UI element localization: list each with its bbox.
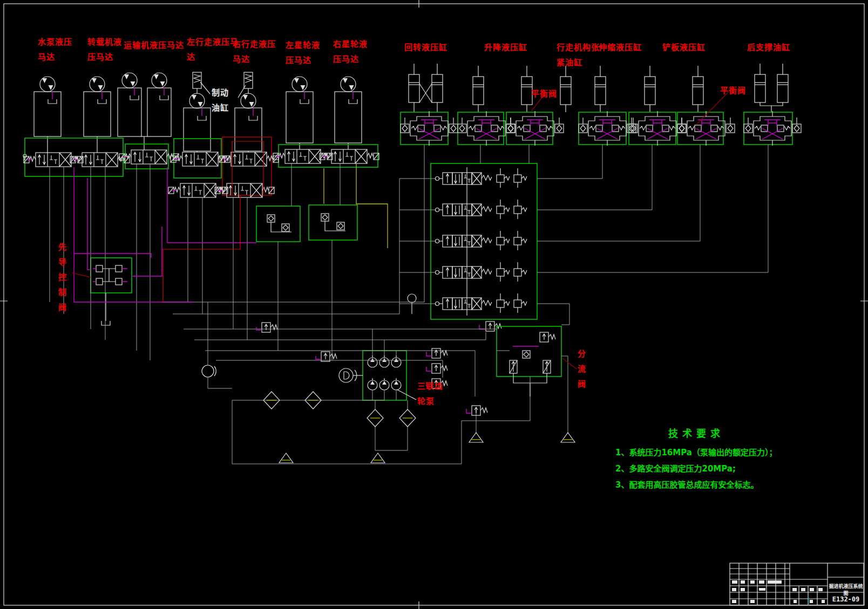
label-swing-cylinder: 回转液压缸	[404, 40, 447, 55]
tech-requirement-item: 1、系统压力16MPa（泵输出的额定压力）；	[615, 444, 777, 461]
label-flow-divider-valve: 分流阀	[577, 350, 585, 395]
balance-valves	[401, 111, 801, 146]
label-balance-valve-2: 平衡阀	[720, 83, 746, 98]
pilot-control-valve	[91, 258, 132, 325]
tech-requirement-item: 3、配套用高压胶管总成应有安全标志。	[615, 477, 777, 493]
label-brake-cylinder: 制动 油缸	[212, 85, 229, 115]
label-shovel-plate-cylinder: 铲板液压缸	[662, 40, 706, 55]
red-circuit-lines	[163, 141, 263, 302]
label-left-star-wheel-motor: 左星轮液 压马达	[286, 38, 320, 68]
tech-requirements-title: 技术要求	[668, 426, 724, 440]
cad-hydraulic-schematic: 水泵液压 马达 转载机液 压马达 运输机液压马达 左行走液压马 达 右行走液压 …	[0, 0, 868, 609]
tech-requirement-item: 2、多路安全阀调定压力20MPa;	[615, 461, 777, 477]
label-lift-cylinder: 升降液压缸	[484, 40, 527, 55]
label-water-pump-motor: 水泵液压 马达	[38, 35, 72, 65]
pipe-network	[50, 145, 768, 415]
left-valve-banks	[23, 137, 379, 242]
tech-requirements-list: 1、系统压力16MPa（泵输出的额定压力）； 2、多路安全阀调定压力20MPa;…	[615, 444, 777, 493]
label-track-tension-cylinder: 行走机构张 紧油缸	[557, 40, 600, 70]
label-rear-support-cylinder: 后支撑油缸	[747, 40, 790, 55]
yellow-circuit-lines	[324, 163, 388, 248]
label-left-travel-motor: 左行走液压马 达	[187, 35, 239, 65]
hydraulic-motors	[34, 72, 362, 153]
label-pilot-control-valve: 先导控制阀	[57, 243, 66, 318]
triple-gear-pump	[202, 294, 416, 400]
title-block-drawing-number: E132-09	[828, 596, 864, 603]
label-triple-gear-pump: 三联齿 轮泵	[417, 379, 443, 409]
label-balance-valve-1: 平衡阀	[531, 86, 557, 101]
multiway-valve-bank	[431, 163, 537, 331]
label-loader-motor: 转载机液 压马达	[87, 35, 122, 65]
label-right-star-wheel-motor: 右星轮液 压马达	[333, 37, 368, 67]
label-right-travel-motor: 右行走液压 马达	[233, 37, 276, 67]
label-telescopic-cylinder: 伸缩液压缸	[599, 40, 642, 55]
flow-divider-valve	[497, 326, 561, 396]
title-block-drawing-title: 掘进机液压系统图	[828, 583, 864, 597]
label-conveyor-motor: 运输机液压马达	[124, 38, 184, 53]
